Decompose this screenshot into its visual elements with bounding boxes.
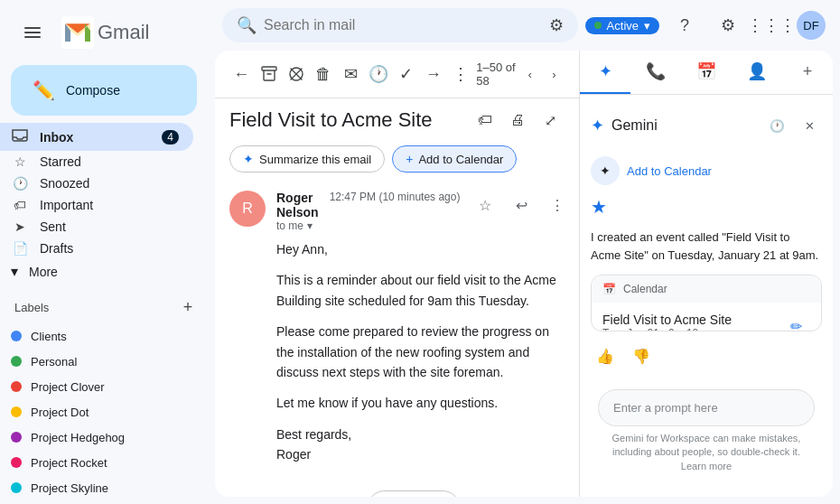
gemini-close-button[interactable]: ✕ (797, 113, 822, 138)
labels-header: Labels + (0, 291, 208, 323)
add-calendar-label: Add to Calendar (418, 153, 503, 166)
compose-button[interactable]: ✏️ Compose (11, 65, 197, 116)
move-to-button[interactable]: → (422, 58, 445, 90)
sender-initial: R (242, 201, 253, 217)
add-to-calendar-button[interactable]: + Add to Calendar (392, 145, 517, 173)
tab-add[interactable]: + (782, 51, 833, 94)
labels-more-button[interactable]: ▾ More (0, 500, 193, 504)
add-to-tasks-button[interactable]: ✓ (394, 58, 417, 90)
sender-time: 12:47 PM (10 minutes ago) (330, 191, 461, 203)
apps-button[interactable]: ⋮⋮⋮ (753, 7, 789, 43)
calendar-edit-button[interactable]: ✏ (781, 312, 810, 331)
compose-label: Compose (66, 83, 120, 98)
snooze-button[interactable]: 🕐 (367, 58, 390, 90)
sidebar-inbox-label: Inbox (40, 130, 151, 145)
chevron-down-icon[interactable]: ▾ (307, 219, 313, 232)
gemini-tab-icon: ✦ (599, 61, 612, 81)
thumbs-down-button[interactable]: 👎 (627, 342, 656, 371)
print-button[interactable]: 🖨 (503, 106, 532, 135)
gemini-prompt-placeholder: Enter a prompt here (613, 401, 799, 415)
main-content: 🔍 ⚙ Active ▾ ? ⚙ ⋮⋮⋮ DF ← (208, 0, 840, 504)
settings-button[interactable]: ⚙ (710, 7, 746, 43)
label-personal-text: Personal (31, 355, 77, 369)
archive-button[interactable] (257, 58, 280, 90)
prev-email-button[interactable]: ‹ (519, 60, 540, 89)
tab-calendar[interactable]: 📅 (681, 51, 732, 94)
back-button[interactable]: ← (229, 58, 253, 90)
avatar[interactable]: DF (797, 11, 826, 40)
sidebar-drafts-label: Drafts (40, 241, 179, 256)
sidebar-item-important[interactable]: 🏷 Important (0, 194, 193, 216)
important-icon: 🏷 (11, 198, 29, 212)
tab-people[interactable]: 👤 (732, 51, 782, 94)
gemini-history-button[interactable]: 🕐 (764, 113, 789, 138)
sidebar-item-sent[interactable]: ➤ Sent (0, 216, 193, 238)
svg-rect-4 (262, 67, 276, 70)
more-message-options[interactable]: ⋮ (543, 191, 572, 219)
label-item-project-hedgehog[interactable]: Project Hedgehog (0, 425, 193, 450)
drafts-icon: 📄 (11, 241, 29, 256)
tab-phone[interactable]: 📞 (630, 51, 681, 94)
active-chevron-icon: ▾ (644, 19, 650, 33)
calendar-icon: 📅 (602, 283, 616, 295)
label-item-project-dot[interactable]: Project Dot (0, 399, 193, 425)
inbox-badge: 4 (162, 130, 179, 145)
email-pagination: 1–50 of 58 ‹ › (476, 60, 565, 89)
sidebar-item-inbox[interactable]: Inbox 4 (0, 123, 193, 151)
sent-icon: ➤ (11, 219, 29, 234)
sender-to: to me ▾ (276, 219, 319, 232)
reply-button-header[interactable]: ↩ (507, 191, 536, 219)
search-input[interactable] (264, 17, 542, 33)
new-window-button[interactable]: ⤢ (536, 106, 565, 135)
search-icon: 🔍 (237, 15, 257, 35)
summarize-button[interactable]: ✦ Summarize this email (229, 145, 385, 173)
sidebar-item-drafts[interactable]: 📄 Drafts (0, 238, 193, 259)
gemini-sparkle-icon: ✦ (591, 116, 604, 135)
label-button[interactable]: 🏷 (471, 106, 499, 135)
svg-rect-0 (24, 27, 41, 29)
thumbs-up-button[interactable]: 👍 (591, 342, 620, 371)
label-item-project-skyline[interactable]: Project Skyline (0, 475, 193, 500)
label-item-personal[interactable]: Personal (0, 349, 193, 374)
label-item-project-clover[interactable]: Project Clover (0, 374, 193, 399)
svg-rect-1 (24, 32, 41, 33)
sender-name: Roger Nelson (276, 191, 319, 219)
help-button[interactable]: ? (667, 7, 703, 43)
personal-dot (11, 356, 22, 367)
sidebar-item-snoozed[interactable]: 🕐 Snoozed (0, 173, 193, 194)
email-paragraph2: Please come prepared to review the progr… (276, 322, 565, 382)
avatar-initials: DF (803, 19, 818, 33)
label-project-dot-text: Project Dot (31, 406, 89, 419)
email-subject-title: Field Visit to Acme Site (229, 108, 463, 132)
hamburger-button[interactable] (14, 14, 51, 51)
add-label-button[interactable]: + (175, 294, 201, 320)
calendar-card-header: 📅 Calendar (592, 275, 821, 303)
not-starred-button[interactable]: ☆ (471, 191, 499, 219)
tab-gemini[interactable]: ✦ (580, 51, 630, 94)
gemini-prompt-box[interactable]: Enter a prompt here (598, 389, 815, 426)
label-item-project-rocket[interactable]: Project Rocket (0, 450, 193, 475)
next-email-button[interactable]: › (544, 60, 565, 89)
action-buttons: ✦ Summarize this email + Add to Calendar (215, 142, 579, 180)
reply-all-button[interactable]: ↩ Reply all (367, 490, 461, 497)
mark-unread-button[interactable]: ✉ (339, 58, 362, 90)
report-button[interactable] (285, 58, 308, 90)
search-box[interactable]: 🔍 ⚙ (222, 8, 578, 42)
sidebar-sent-label: Sent (40, 219, 179, 234)
more-options-button[interactable]: ⋮ (449, 58, 472, 90)
project-hedgehog-dot (11, 432, 22, 443)
delete-button[interactable]: 🗑 (312, 58, 335, 90)
label-item-clients[interactable]: Clients (0, 323, 193, 349)
project-rocket-dot (11, 457, 22, 468)
project-clover-dot (11, 381, 22, 392)
email-paragraph1: This is a reminder about our field visit… (276, 270, 565, 311)
sidebar-header: Gmail (0, 7, 208, 65)
inbox-icon (11, 126, 29, 147)
gemini-panel: ✦ 📞 📅 👤 + ✦ Gemini (580, 51, 833, 497)
sidebar-more-button[interactable]: ▾ More (0, 259, 193, 284)
gemini-add-calendar-link[interactable]: Add to Calendar (627, 164, 712, 178)
active-status-badge[interactable]: Active ▾ (585, 17, 659, 34)
sidebar: Gmail ✏️ Compose Inbox 4 ☆ Starred 🕐 Sno… (0, 0, 208, 504)
sidebar-item-starred[interactable]: ☆ Starred (0, 151, 193, 173)
gemini-disclaimer: Gemini for Workspace can make mistakes, … (598, 426, 815, 479)
